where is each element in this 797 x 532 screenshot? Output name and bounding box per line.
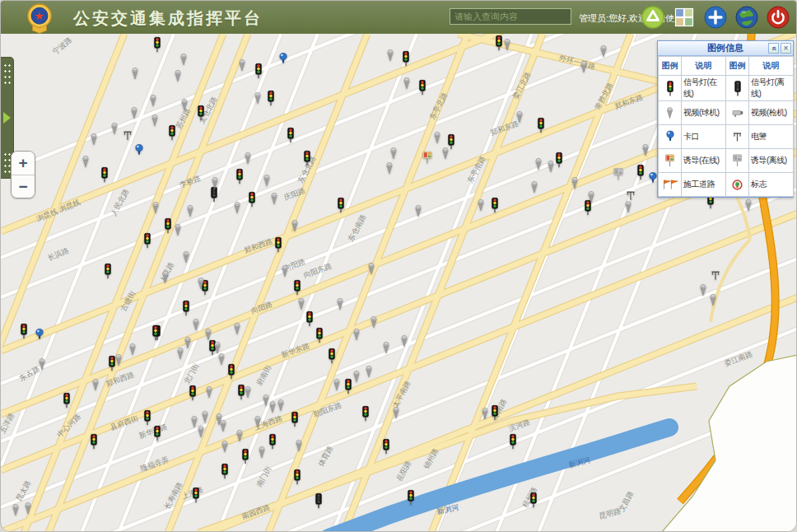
map-icon-traffic-signal-online[interactable] [89,434,99,450]
map-icon-traffic-signal-online[interactable] [152,426,162,441]
map-icon-traffic-signal-online[interactable] [529,492,538,508]
map-icon-traffic-signal-online[interactable] [226,364,236,380]
map-icon-traffic-signal-online[interactable] [62,393,72,408]
map-icon-video-dome-camera[interactable] [131,68,140,80]
map-icon-e-police-pole[interactable] [123,130,133,141]
map-icon-traffic-signal-online[interactable] [167,125,177,141]
map-icon-traffic-signal-online[interactable] [490,198,500,213]
map-icon-video-dome-camera[interactable] [382,342,391,354]
map-icon-video-dome-camera[interactable] [235,430,245,442]
map-icon-video-dome-camera[interactable] [503,39,512,51]
map-icon-traffic-signal-online[interactable] [292,280,302,296]
map-icon-traffic-signal-online[interactable] [188,385,198,401]
map-icon-traffic-signal-online[interactable] [235,169,245,184]
map-viewport[interactable]: 宁波路外环一沿路苏州路太仓北路东仓北路人民北路人民路娄江北路东亭北路东亭南路常胜… [1,34,797,532]
map-icon-video-dome-camera[interactable] [530,181,539,194]
map-icon-video-dome-camera[interactable] [151,202,161,214]
map-icon-traffic-signal-online[interactable] [151,325,161,341]
map-icon-video-dome-camera[interactable] [433,132,442,144]
map-icon-traffic-signal-online[interactable] [315,328,324,343]
map-icon-video-dome-camera[interactable] [161,271,170,283]
map-icon-video-dome-camera[interactable] [244,386,253,399]
map-icon-video-dome-camera[interactable] [201,411,210,423]
map-icon-video-dome-camera[interactable] [176,348,185,360]
map-mode-button[interactable] [735,6,758,29]
zoom-out-button[interactable]: − [12,175,35,198]
map-icon-traffic-signal-online[interactable] [240,449,250,464]
map-icon-video-dome-camera[interactable] [534,158,543,170]
map-icon-guidance-sign-online[interactable] [422,151,433,164]
map-icon-video-dome-camera[interactable] [179,54,189,66]
map-icon-traffic-signal-online[interactable] [305,311,315,327]
map-icon-traffic-signal-online[interactable] [191,488,201,503]
map-icon-video-dome-camera[interactable] [370,316,379,329]
map-icon-traffic-signal-online[interactable] [381,439,391,455]
map-icon-video-dome-camera[interactable] [263,175,272,187]
map-icon-traffic-signal-online[interactable] [196,105,206,121]
map-icon-video-dome-camera[interactable] [385,162,394,175]
map-icon-video-dome-camera[interactable] [244,152,253,165]
map-icon-traffic-signal-online[interactable] [103,264,113,279]
map-icon-video-dome-camera[interactable] [254,416,263,428]
map-icon-e-police-pole[interactable] [626,190,636,201]
map-icon-video-dome-camera[interactable] [180,99,189,111]
map-icon-traffic-signal-online[interactable] [361,406,371,422]
map-icon-video-dome-camera[interactable] [197,278,206,290]
map-icon-video-dome-camera[interactable] [258,446,267,459]
map-icon-video-dome-camera[interactable] [233,202,242,214]
map-icon-video-dome-camera[interactable] [82,156,91,168]
layers-button[interactable] [673,6,696,29]
map-icon-video-dome-camera[interactable] [211,177,220,189]
map-icon-video-dome-camera[interactable] [192,319,201,331]
map-icon-traffic-signal-online[interactable] [163,218,173,234]
map-icon-video-dome-camera[interactable] [204,329,213,341]
map-icon-video-dome-camera[interactable] [587,191,596,203]
map-icon-video-dome-camera[interactable] [182,251,191,264]
legend-header[interactable]: 图例信息 « × [658,41,793,56]
map-icon-traffic-signal-offline[interactable] [314,493,324,509]
map-icon-checkpoint-camera[interactable] [35,328,44,341]
map-icon-video-dome-camera[interactable] [297,298,306,310]
map-icon-traffic-signal-online[interactable] [302,151,312,166]
map-icon-video-dome-camera[interactable] [151,114,160,127]
map-icon-video-dome-camera[interactable] [389,147,398,160]
map-icon-traffic-signal-online[interactable] [268,434,277,450]
map-icon-traffic-signal-online[interactable] [142,233,152,249]
map-icon-video-dome-camera[interactable] [213,342,222,354]
map-icon-traffic-signal-online[interactable] [290,412,300,427]
map-icon-traffic-signal-online[interactable] [417,80,427,96]
map-icon-video-dome-camera[interactable] [641,144,650,156]
map-icon-video-dome-camera[interactable] [217,353,226,366]
map-icon-traffic-signal-online[interactable] [292,469,302,485]
legend-close-button[interactable]: × [781,43,791,54]
map-icon-traffic-signal-online[interactable] [247,192,257,208]
map-icon-video-dome-camera[interactable] [624,201,633,213]
map-icon-video-dome-camera[interactable] [149,95,158,107]
map-icon-video-dome-camera[interactable] [233,323,242,335]
map-icon-video-dome-camera[interactable] [38,358,47,371]
map-icon-guidance-sign-offline[interactable] [613,167,624,180]
map-icon-video-dome-camera[interactable] [333,379,342,391]
map-icon-video-dome-camera[interactable] [477,199,486,212]
map-icon-traffic-signal-online[interactable] [336,198,346,213]
map-icon-traffic-signal-online[interactable] [636,165,646,180]
map-icon-video-dome-camera[interactable] [221,441,230,453]
map-icon-video-dome-camera[interactable] [481,408,490,420]
map-icon-traffic-signal-online[interactable] [401,51,411,67]
map-icon-traffic-signal-online[interactable] [490,405,500,421]
map-icon-e-police-pole[interactable] [711,270,721,281]
map-icon-traffic-signal-online[interactable] [406,490,416,506]
map-icon-traffic-signal-online[interactable] [273,237,283,253]
map-icon-video-dome-camera[interactable] [367,263,376,275]
map-icon-traffic-signal-online[interactable] [554,152,564,168]
refresh-button[interactable] [641,6,664,29]
map-icon-video-dome-camera[interactable] [291,220,300,232]
map-icon-traffic-signal-online[interactable] [100,167,110,183]
map-icon-video-dome-camera[interactable] [547,161,556,173]
map-icon-video-dome-camera[interactable] [130,107,139,119]
map-icon-video-dome-camera[interactable] [699,284,708,296]
zoom-in-button[interactable]: + [12,152,35,175]
search-input[interactable] [450,8,571,25]
map-icon-traffic-signal-online[interactable] [152,37,162,53]
add-button[interactable] [704,6,727,29]
